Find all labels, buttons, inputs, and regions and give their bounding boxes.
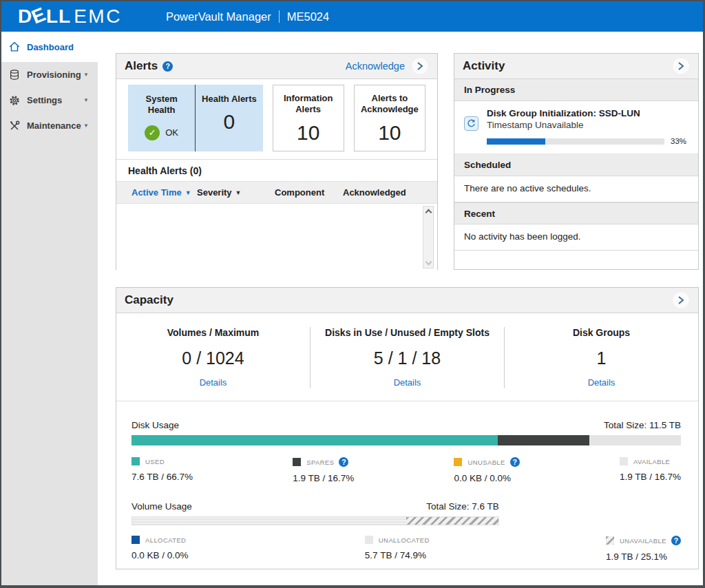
chevron-right-icon [677, 61, 685, 71]
app-name: PowerVault Manager [166, 10, 271, 23]
unusable-swatch [454, 458, 462, 466]
recent-section-header: Recent [454, 202, 698, 224]
sort-caret-icon: ▼ [185, 189, 191, 196]
in-progress-section-header: In Progress [454, 79, 698, 101]
disk-initialization-icon [464, 116, 478, 131]
recent-empty-text: No activity has been logged. [454, 224, 698, 251]
used-swatch [131, 457, 140, 465]
alerts-panel: Alerts ? Acknowledge System Health ✓ OK … [116, 53, 438, 270]
disks-stat-value: 5 / 1 / 18 [311, 348, 504, 368]
scroll-down-icon [425, 259, 432, 266]
chevron-right-icon [677, 295, 685, 305]
health-alerts-section: Health Alerts 0 [195, 85, 262, 151]
volume-bar-unallocated-segment [132, 517, 406, 525]
capacity-panel-header: Capacity [116, 288, 698, 313]
unallocated-value: 5.7 TB / 74.9% [365, 550, 430, 560]
unusable-value: 0.0 KB / 0.0% [454, 473, 519, 483]
sidebar-item-settings[interactable]: Settings ▼ [1, 87, 98, 113]
tools-icon [8, 120, 21, 132]
disks-details-link[interactable]: Details [394, 377, 421, 388]
activity-panel: Activity In Progress Disk Group Initiali… [454, 53, 699, 270]
alerts-summary-cards: System Health ✓ OK Health Alerts 0 Infor… [116, 79, 437, 159]
app-title: PowerVault Manager ME5024 [166, 10, 329, 23]
health-alerts-count: 0 [224, 110, 235, 134]
task-progress-bar [487, 138, 664, 145]
information-alerts-label: Information Alerts [273, 93, 344, 116]
disks-stat-label: Disks in Use / Unused / Empty Slots [311, 327, 504, 338]
information-alerts-count: 10 [297, 121, 319, 145]
health-alerts-table: Health Alerts (0) Active Time ▼ Severity… [116, 159, 437, 271]
chevron-down-icon: ▼ [83, 72, 89, 78]
chevron-down-icon: ▼ [83, 123, 89, 129]
system-health-status: ✓ OK [145, 125, 178, 140]
spares-help-icon[interactable]: ? [339, 457, 348, 467]
allocated-value: 0.0 KB / 0.0% [131, 550, 189, 560]
dell-wordmark: DELL [18, 6, 71, 28]
scheduled-empty-text: There are no active schedules. [454, 176, 698, 202]
sidebar-item-dashboard[interactable]: Dashboard [1, 32, 98, 62]
allocated-label: ALLOCATED [145, 536, 186, 544]
scroll-up-icon [425, 209, 432, 216]
health-alerts-table-header: Active Time ▼ Severity ▼ Component Ackno… [116, 181, 437, 204]
available-value: 1.9 TB / 16.7% [620, 472, 681, 482]
alerts-expand-button[interactable] [411, 57, 429, 75]
dell-emc-logo: DELL EMC [18, 6, 122, 28]
acknowledge-link[interactable]: Acknowledge [346, 61, 405, 72]
system-health-section: System Health ✓ OK [128, 85, 195, 151]
disk-groups-details-link[interactable]: Details [588, 377, 615, 388]
volumes-stat-value: 0 / 1024 [116, 348, 310, 368]
health-alerts-table-body [116, 204, 437, 271]
volumes-stat-label: Volumes / Maximum [116, 327, 310, 338]
system-health-label: System Health [130, 94, 193, 116]
unallocated-label: UNALLOCATED [379, 536, 430, 544]
disk-groups-stat: Disk Groups 1 Details [504, 327, 698, 388]
disks-stat: Disks in Use / Unused / Empty Slots 5 / … [310, 327, 504, 388]
system-health-status-text: OK [165, 127, 178, 138]
disk-usage-total: Total Size: 11.5 TB [604, 420, 681, 430]
table-scrollbar[interactable] [423, 206, 434, 269]
chevron-right-icon [416, 61, 424, 71]
volumes-stat: Volumes / Maximum 0 / 1024 Details [116, 327, 310, 388]
disk-usage-bar [131, 435, 681, 445]
spares-value: 1.9 TB / 16.7% [293, 473, 354, 483]
scheduled-section-header: Scheduled [454, 154, 698, 176]
sidebar-item-label: Settings [27, 95, 62, 105]
disk-usage-header: Disk Usage Total Size: 11.5 TB [131, 420, 681, 430]
disk-usage-label: Disk Usage [131, 420, 179, 430]
legend-unallocated: UNALLOCATED 5.7 TB / 74.9% [365, 536, 430, 562]
powervault-manager-window: DELL EMC PowerVault Manager ME5024 Dashb… [0, 0, 705, 588]
disk-bar-used-segment [131, 435, 498, 445]
ok-check-icon: ✓ [145, 125, 160, 140]
sidebar-item-maintenance[interactable]: Maintenance ▼ [1, 113, 98, 138]
title-divider [279, 10, 280, 23]
capacity-expand-button[interactable] [672, 291, 690, 309]
sort-caret-icon: ▼ [235, 189, 242, 196]
activity-panel-header: Activity [454, 54, 698, 79]
alerts-panel-header: Alerts ? Acknowledge [116, 54, 437, 79]
activity-expand-button[interactable] [672, 57, 690, 75]
legend-spares: SPARES ? 1.9 TB / 16.7% [293, 457, 354, 483]
disk-bar-available-segment [589, 435, 681, 445]
top-header: DELL EMC PowerVault Manager ME5024 [1, 1, 703, 32]
column-header-component: Component [275, 187, 343, 198]
system-model: ME5024 [287, 10, 329, 23]
legend-unavailable: UNAVAILABLE ? 1.9 TB / 25.1% [606, 536, 681, 562]
home-icon [8, 41, 21, 53]
sidebar-item-label: Maintenance [27, 120, 81, 131]
unusable-help-icon[interactable]: ? [510, 457, 520, 467]
sidebar-item-label: Dashboard [27, 42, 74, 52]
disk-bar-spares-segment [498, 435, 589, 445]
capacity-panel: Capacity Volumes / Maximum 0 / 1024 Deta… [116, 287, 699, 569]
gear-icon [8, 94, 21, 107]
column-header-active-time[interactable]: Active Time ▼ [116, 187, 197, 198]
sidebar-item-provisioning[interactable]: Provisioning ▼ [1, 62, 98, 87]
task-body: Disk Group Initialization: SSD-LUN Times… [487, 108, 688, 145]
available-label: AVAILABLE [633, 458, 670, 465]
column-header-severity[interactable]: Severity ▼ [197, 187, 275, 198]
volumes-details-link[interactable]: Details [200, 377, 227, 388]
volume-usage-bar [131, 516, 499, 525]
alerts-help-icon[interactable]: ? [162, 61, 173, 72]
sidebar-nav: Dashboard Provisioning ▼ Settings ▼ [1, 32, 98, 585]
unavailable-help-icon[interactable]: ? [671, 536, 681, 545]
volume-bar-unavailable-segment [406, 517, 498, 525]
